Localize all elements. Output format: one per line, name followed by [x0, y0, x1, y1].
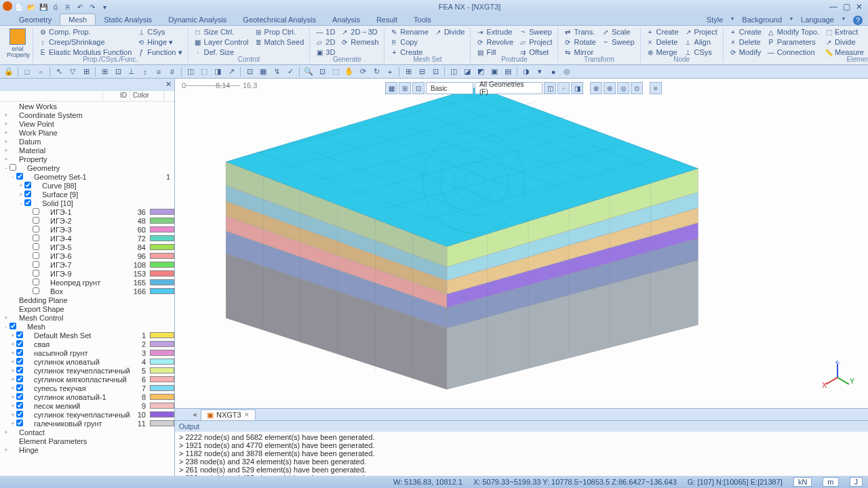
- tool-icon[interactable]: ▤: [502, 66, 514, 77]
- tree-item[interactable]: +суглинок текучепластичный-110: [0, 410, 174, 419]
- language-menu[interactable]: Language: [801, 16, 834, 25]
- open-icon[interactable]: 📂: [26, 1, 37, 12]
- ribbon-btn[interactable]: ↗Divide: [823, 37, 865, 47]
- ribbon-btn[interactable]: ⊥Align: [683, 37, 719, 47]
- wireframe-icon[interactable]: ◎: [561, 66, 573, 77]
- tree-item[interactable]: -Geometry: [0, 163, 174, 172]
- render-icon[interactable]: ◑: [520, 66, 532, 77]
- tool-icon[interactable]: ▫: [35, 66, 47, 77]
- tool-icon[interactable]: ◪: [461, 66, 473, 77]
- color-swatch[interactable]: [150, 411, 174, 418]
- tool-icon[interactable]: #: [166, 66, 178, 77]
- tree-item[interactable]: ИГЭ-584: [0, 243, 174, 251]
- tree-checkbox[interactable]: [16, 340, 23, 347]
- ribbon-btn[interactable]: ⟳Revolve: [475, 37, 515, 47]
- view-front-icon[interactable]: ⊞: [402, 66, 414, 77]
- expand-icon[interactable]: +: [9, 411, 16, 418]
- view-icon[interactable]: ⬚: [198, 66, 210, 77]
- expand-icon[interactable]: +: [9, 350, 16, 357]
- tab-prev-icon[interactable]: ◂: [189, 410, 201, 419]
- expand-icon[interactable]: -: [18, 200, 24, 207]
- tree-item[interactable]: +Default Mesh Set1: [0, 331, 174, 340]
- snap-icon[interactable]: ⊡: [112, 66, 124, 77]
- tree-checkbox[interactable]: [33, 226, 39, 232]
- tree-checkbox[interactable]: [33, 235, 39, 241]
- tree-item[interactable]: ИГЭ-360: [0, 225, 174, 234]
- tree-item[interactable]: +суглинок мягкопластичный6: [0, 375, 174, 384]
- ribbon-btn[interactable]: ⤢Scale: [600, 27, 636, 37]
- expand-icon[interactable]: +: [3, 314, 9, 321]
- expand-icon[interactable]: -: [3, 165, 9, 171]
- tree-checkbox[interactable]: [24, 190, 31, 197]
- tree-item[interactable]: Неопред грунт165: [0, 278, 174, 287]
- ribbon-btn[interactable]: ↕Creep/Shrinkage: [37, 37, 133, 47]
- expand-icon[interactable]: +: [3, 156, 9, 163]
- tree-close-icon[interactable]: ✕: [165, 80, 172, 89]
- expand-icon[interactable]: +: [9, 332, 16, 339]
- color-swatch[interactable]: [150, 288, 174, 294]
- tree-checkbox[interactable]: [16, 420, 23, 426]
- ribbon-btn[interactable]: ×Delete: [645, 37, 680, 47]
- tree-checkbox[interactable]: [16, 393, 23, 400]
- ribbon-btn[interactable]: ✎Rename: [389, 27, 430, 37]
- doc-tab[interactable]: ▣ NXGT3 ✕: [201, 409, 256, 420]
- view-btn[interactable]: ≡: [650, 82, 662, 94]
- color-swatch[interactable]: [150, 253, 174, 259]
- 3d-viewport[interactable]: 0 8.14 16.3 ▦ ⊞ ⊡ Basic All Geometries (…: [175, 79, 868, 408]
- tree-checkbox[interactable]: [16, 173, 23, 180]
- tool-icon[interactable]: ↯: [271, 66, 283, 77]
- ribbon-btn[interactable]: ⇥Extrude: [475, 27, 515, 37]
- ribbon-btn[interactable]: ⟳Rotate: [562, 37, 597, 47]
- tree-item[interactable]: +суглинок иловатый-18: [0, 392, 174, 401]
- tree-item[interactable]: +Surface [9]: [0, 190, 174, 199]
- expand-icon[interactable]: +: [9, 367, 16, 374]
- rotate-cw-icon[interactable]: ↻: [370, 66, 382, 77]
- color-swatch[interactable]: [150, 235, 174, 241]
- ribbon-btn[interactable]: ▱Project: [517, 37, 553, 47]
- ribbon-btn[interactable]: —1D: [314, 27, 336, 37]
- dropdown-icon[interactable]: ▾: [534, 66, 546, 77]
- expand-icon[interactable]: +: [9, 385, 16, 392]
- check-icon[interactable]: ✓: [284, 66, 296, 77]
- tree-item[interactable]: +супесь текучая7: [0, 384, 174, 392]
- tree-checkbox[interactable]: [33, 252, 39, 259]
- tree-item[interactable]: +суглинок текучепластичный5: [0, 366, 174, 375]
- color-swatch[interactable]: [150, 332, 174, 338]
- ribbon-btn[interactable]: ⟲Hinge ▾: [136, 37, 183, 47]
- color-swatch[interactable]: [150, 403, 174, 409]
- tree-checkbox[interactable]: [33, 243, 39, 250]
- view-btn[interactable]: ⊙: [631, 82, 643, 94]
- color-swatch[interactable]: [150, 218, 174, 224]
- view-btn[interactable]: ⊗: [590, 82, 602, 94]
- plus-icon[interactable]: +: [384, 66, 396, 77]
- tree-checkbox[interactable]: [9, 323, 16, 329]
- tree-body[interactable]: New Works+Coordinate System+View Point+W…: [0, 102, 174, 476]
- view-btn[interactable]: ▫: [557, 82, 570, 94]
- tool-icon[interactable]: □: [21, 66, 33, 77]
- view-btn[interactable]: ▦: [385, 82, 397, 94]
- select-icon[interactable]: ↖: [53, 66, 65, 77]
- expand-icon[interactable]: +: [3, 147, 9, 154]
- tree-item[interactable]: +свая2: [0, 340, 174, 348]
- ribbon-tab-analysis[interactable]: Analysis: [324, 14, 368, 25]
- view-arrow-icon[interactable]: ↗: [225, 66, 237, 77]
- tree-item[interactable]: +галечниковый грунт11: [0, 419, 174, 428]
- tree-item[interactable]: ИГЭ-9153: [0, 269, 174, 278]
- expand-icon[interactable]: -: [3, 323, 9, 330]
- tree-checkbox[interactable]: [9, 164, 16, 171]
- tree-item[interactable]: +Property: [0, 155, 174, 163]
- ribbon-tab-dynamic-analysis[interactable]: Dynamic Analysis: [160, 14, 235, 25]
- close-icon[interactable]: ✕: [244, 411, 250, 418]
- ribbon-btn[interactable]: ~Sweep: [600, 37, 636, 47]
- expand-icon[interactable]: +: [3, 447, 9, 453]
- tree-checkbox[interactable]: [16, 384, 23, 391]
- save-icon[interactable]: 💾: [38, 1, 49, 12]
- ribbon-btn[interactable]: ⎘Copy: [389, 37, 430, 47]
- tree-item[interactable]: -Solid [10]: [0, 199, 174, 207]
- tool-icon[interactable]: ◫: [448, 66, 460, 77]
- new-icon[interactable]: 📄: [14, 1, 24, 12]
- tree-item[interactable]: ИГЭ-248: [0, 216, 174, 225]
- tree-checkbox[interactable]: [33, 270, 39, 277]
- tree-item[interactable]: -Geometry Set-11: [0, 172, 174, 181]
- tree-item[interactable]: ИГЭ-696: [0, 251, 174, 260]
